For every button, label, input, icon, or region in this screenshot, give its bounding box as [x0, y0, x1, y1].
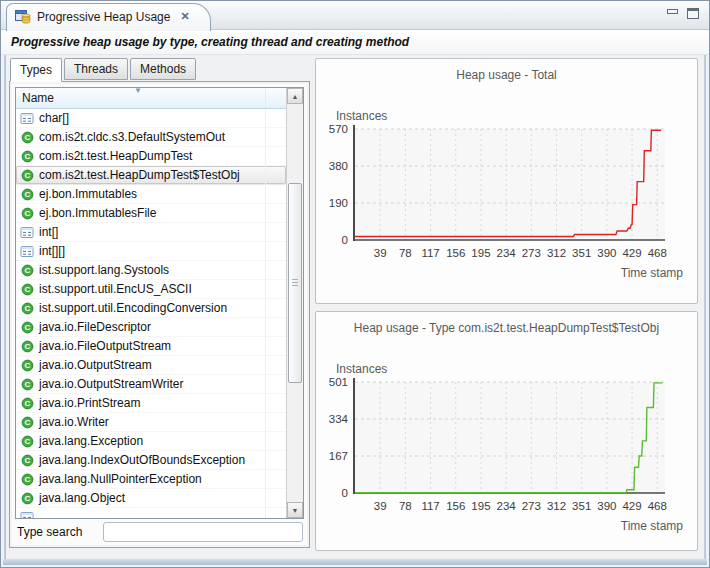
class-icon: C — [20, 434, 34, 448]
svg-text:156: 156 — [446, 247, 465, 259]
table-header-row: Name ▼ — [16, 88, 286, 109]
type-name: int[] — [39, 225, 58, 239]
type-name: java.io.FileDescriptor — [39, 320, 151, 334]
type-name: ist.support.util.EncUS_ASCII — [39, 282, 192, 296]
list-item[interactable]: Cjava.lang.Exception — [16, 432, 286, 451]
list-item[interactable]: int[] — [16, 223, 286, 242]
class-icon: C — [20, 263, 34, 277]
list-item[interactable]: Cej.bon.ImmutablesFile — [16, 204, 286, 223]
svg-text:C: C — [24, 133, 30, 142]
type-list: char[]Ccom.is2t.cldc.s3.DefaultSystemOut… — [16, 109, 286, 518]
list-item[interactable]: Cjava.io.OutputStream — [16, 356, 286, 375]
svg-text:273: 273 — [522, 500, 541, 512]
type-name: java.io.OutputStream — [39, 358, 152, 372]
tab-methods[interactable]: Methods — [130, 58, 196, 80]
type-name: java.lang.Exception — [39, 434, 143, 448]
heap-usage-total-chart: Heap usage - TotalInstances0190380570397… — [315, 58, 698, 304]
class-icon: C — [20, 282, 34, 296]
class-icon: C — [20, 491, 34, 505]
type-name: java.io.PrintStream — [39, 396, 140, 410]
list-item[interactable]: Cjava.io.Writer — [16, 413, 286, 432]
list-item[interactable]: Cist.support.util.EncUS_ASCII — [16, 280, 286, 299]
class-icon: C — [20, 415, 34, 429]
svg-text:78: 78 — [399, 247, 412, 259]
svg-text:C: C — [24, 380, 30, 389]
list-item[interactable]: Cjava.io.OutputStreamWriter — [16, 375, 286, 394]
vertical-scrollbar[interactable] — [286, 88, 303, 518]
scroll-thumb[interactable] — [288, 183, 302, 383]
type-name: java.io.OutputStreamWriter — [39, 377, 184, 391]
list-item[interactable]: Ccom.is2t.test.HeapDumpTest — [16, 147, 286, 166]
view-tab[interactable]: Progressive Heap Usage ✕ — [6, 3, 211, 31]
svg-text:190: 190 — [329, 197, 348, 209]
svg-text:117: 117 — [421, 500, 439, 512]
view-description-bar: Progressive heap usage by type, creating… — [1, 30, 709, 55]
class-icon: C — [20, 187, 34, 201]
svg-text:234: 234 — [497, 247, 517, 259]
svg-text:195: 195 — [471, 500, 490, 512]
svg-text:C: C — [24, 494, 30, 503]
svg-text:C: C — [24, 171, 30, 180]
svg-text:351: 351 — [572, 500, 591, 512]
svg-text:429: 429 — [622, 247, 641, 259]
list-item[interactable]: int[][] — [16, 242, 286, 261]
svg-text:39: 39 — [374, 247, 387, 259]
list-item[interactable]: Cjava.lang.NullPointerException — [16, 470, 286, 489]
type-name: com.is2t.test.HeapDumpTest — [39, 149, 192, 163]
list-item[interactable]: Cej.bon.Immutables — [16, 185, 286, 204]
class-icon: C — [20, 377, 34, 391]
svg-text:Instances: Instances — [336, 362, 387, 376]
svg-text:156: 156 — [446, 500, 465, 512]
minimize-button[interactable] — [666, 8, 678, 19]
list-item[interactable]: Cjava.lang.IndexOutOfBoundsException — [16, 451, 286, 470]
svg-text:C: C — [24, 399, 30, 408]
array-icon — [20, 244, 34, 258]
svg-text:C: C — [24, 342, 30, 351]
svg-text:312: 312 — [547, 247, 566, 259]
svg-text:C: C — [24, 418, 30, 427]
svg-text:167: 167 — [329, 450, 348, 462]
close-icon[interactable]: ✕ — [180, 10, 189, 23]
left-tab-folder: Types Threads Methods — [10, 58, 198, 82]
tab-threads[interactable]: Threads — [64, 58, 128, 80]
svg-text:468: 468 — [648, 247, 667, 259]
type-name: java.lang.IndexOutOfBoundsException — [39, 453, 245, 467]
svg-text:351: 351 — [572, 247, 591, 259]
list-item[interactable]: Cjava.io.FileDescriptor — [16, 318, 286, 337]
list-item[interactable]: Cist.support.util.EncodingConversion — [16, 299, 286, 318]
type-name: java.lang.NullPointerException — [39, 472, 202, 486]
progressive-heap-usage-view: Progressive Heap Usage ✕ Progressive hea… — [0, 0, 710, 568]
svg-text:C: C — [24, 456, 30, 465]
type-search-input[interactable] — [103, 522, 303, 542]
list-item[interactable]: Cist.support.lang.Systools — [16, 261, 286, 280]
type-name: ej.bon.ImmutablesFile — [39, 206, 156, 220]
list-item[interactable]: Ccom.is2t.test.HeapDumpTest$TestObj — [16, 166, 286, 185]
scroll-down-button[interactable] — [287, 502, 303, 518]
type-name: int[][] — [39, 244, 65, 258]
frame-left-edge — [4, 55, 6, 564]
list-item[interactable]: Cjava.io.PrintStream — [16, 394, 286, 413]
type-search-label: Type search — [17, 525, 103, 539]
maximize-button[interactable] — [687, 8, 699, 19]
list-item[interactable]: Cjava.lang.Object — [16, 489, 286, 508]
type-name: ist.support.util.EncodingConversion — [39, 301, 227, 315]
svg-text:570: 570 — [329, 123, 348, 135]
list-item[interactable]: Cjava.io.FileOutputStream — [16, 337, 286, 356]
list-item[interactable]: char[] — [16, 109, 286, 128]
svg-text:C: C — [24, 304, 30, 313]
list-item[interactable]: Ccom.is2t.cldc.s3.DefaultSystemOut — [16, 128, 286, 147]
list-item[interactable] — [16, 508, 286, 518]
svg-text:501: 501 — [329, 376, 348, 388]
class-icon: C — [20, 339, 34, 353]
type-name: ist.support.lang.Systools — [39, 263, 169, 277]
svg-text:39: 39 — [374, 500, 387, 512]
view-description: Progressive heap usage by type, creating… — [11, 35, 409, 49]
view-tab-title: Progressive Heap Usage — [37, 10, 170, 24]
scroll-up-button[interactable] — [287, 88, 303, 104]
column-separator — [265, 109, 266, 518]
heap-usage-type-chart: Heap usage - Type com.is2t.test.HeapDump… — [315, 311, 698, 551]
type-name: java.io.Writer — [39, 415, 109, 429]
class-icon: C — [20, 453, 34, 467]
svg-text:0: 0 — [342, 487, 348, 499]
tab-types[interactable]: Types — [10, 58, 62, 82]
